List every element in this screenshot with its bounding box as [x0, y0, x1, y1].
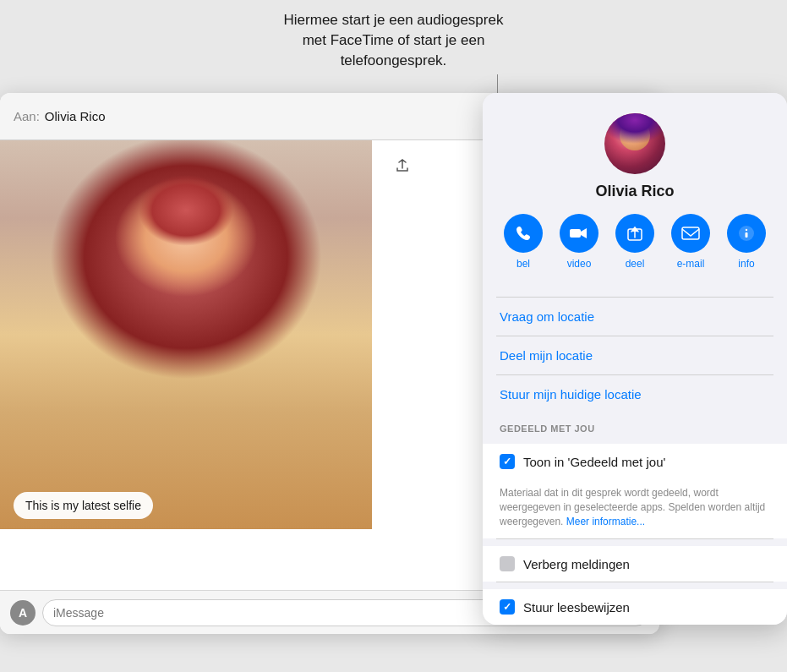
email-icon-circle [671, 214, 710, 253]
stuur-row: ✓ Stuur leesbewijzen [483, 589, 787, 625]
verberg-checkbox[interactable] [500, 556, 515, 571]
contact-name-header: Olivia Rico [45, 109, 106, 123]
meer-informatie-link[interactable]: Meer informatie... [566, 516, 645, 527]
contact-avatar [604, 113, 665, 174]
svg-rect-3 [570, 229, 581, 238]
messages-header-left: Aan: Olivia Rico [14, 109, 106, 123]
toon-gedeeld-label: Toon in 'Gedeeld met jou' [523, 455, 665, 469]
action-video-button[interactable]: video [560, 214, 598, 270]
contact-panel-header: Olivia Rico bel vi [483, 93, 787, 297]
toon-gedeeld-checkbox[interactable]: ✓ [500, 454, 515, 469]
gedeeld-section-label: GEDEELD MET JOU [483, 413, 787, 437]
divider-5 [496, 582, 773, 582]
toon-gedeeld-section: ✓ Toon in 'Gedeeld met jou' Materiaal da… [483, 444, 787, 538]
contact-info-panel: Olivia Rico bel vi [483, 93, 787, 625]
svg-rect-8 [746, 232, 748, 238]
deel-label: deel [626, 258, 645, 270]
vraag-locatie-button[interactable]: Vraag om locatie [483, 298, 787, 336]
to-label: Aan: [14, 109, 40, 123]
deel-locatie-button[interactable]: Deel mijn locatie [483, 336, 787, 374]
video-label: video [567, 258, 592, 270]
deel-icon-circle [615, 214, 654, 253]
email-label: e-mail [677, 258, 705, 270]
photo-caption: This is my latest selfie [14, 492, 153, 519]
stuur-checkmark-icon: ✓ [503, 601, 511, 613]
verberg-row: Verberg meldingen [483, 546, 787, 582]
action-email-button[interactable]: e-mail [671, 214, 710, 270]
action-deel-button[interactable]: deel [615, 214, 654, 270]
bel-icon-circle [504, 214, 543, 253]
gedeeld-info-text: Materiaal dat in dit gesprek wordt gedee… [483, 479, 787, 538]
stuur-section: ✓ Stuur leesbewijzen [483, 589, 787, 625]
selfie-photo [0, 140, 372, 529]
verberg-label: Verberg meldingen [523, 557, 630, 571]
action-bel-button[interactable]: bel [504, 214, 543, 270]
photo-message: This is my latest selfie [0, 140, 372, 529]
verberg-section: Verberg meldingen [483, 546, 787, 582]
stuur-checkbox[interactable]: ✓ [500, 599, 515, 615]
checkmark-icon: ✓ [503, 456, 511, 467]
bel-label: bel [516, 258, 530, 270]
stuur-locatie-button[interactable]: Stuur mijn huidige locatie [483, 375, 787, 413]
svg-point-7 [746, 229, 747, 231]
video-icon-circle [560, 214, 598, 253]
contact-panel-name: Olivia Rico [595, 183, 674, 200]
svg-rect-5 [682, 227, 699, 239]
stuur-label: Stuur leesbewijzen [523, 600, 630, 615]
info-icon-circle [727, 214, 766, 253]
action-info-button[interactable]: info [727, 214, 766, 270]
app-store-button[interactable]: A [10, 600, 36, 626]
toon-gedeeld-row: ✓ Toon in 'Gedeeld met jou' [483, 444, 787, 479]
action-buttons-row: bel video [490, 214, 779, 283]
tooltip: Hiermee start je een audiogesprek met Fa… [0, 10, 787, 70]
info-label: info [738, 258, 754, 270]
divider-4 [496, 538, 773, 539]
share-button[interactable] [387, 150, 418, 181]
